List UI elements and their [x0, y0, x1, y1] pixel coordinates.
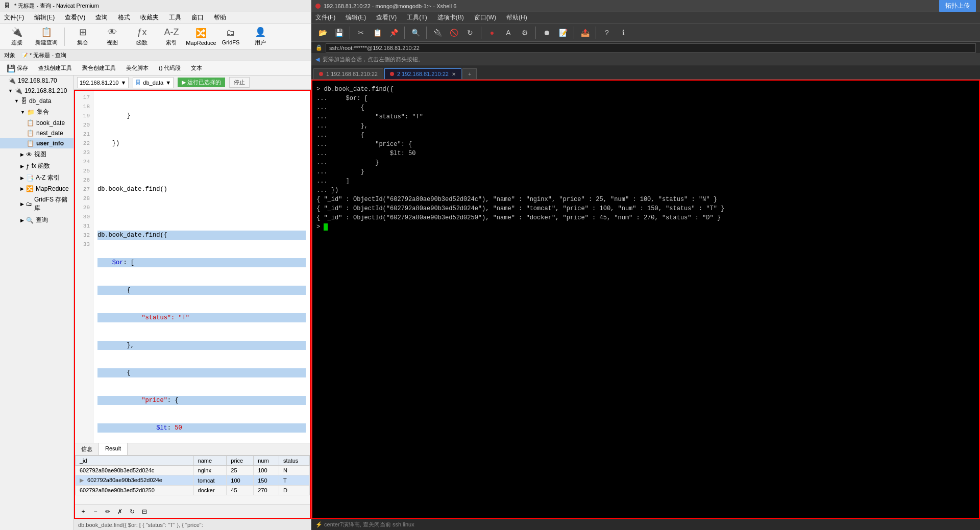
sidebar-item-4[interactable]: 📋 book_date	[0, 118, 74, 128]
menu-favorites[interactable]: 收藏夹	[138, 12, 161, 23]
xshell-add-tab-btn[interactable]: +	[462, 68, 477, 79]
xshell-font-btn[interactable]: A	[501, 26, 516, 40]
sidebar-item-0[interactable]: 🔌 192.168.81.70	[0, 75, 74, 86]
xshell-status-dot	[315, 4, 321, 9]
database-selector[interactable]: 🗄 db_data ▼	[133, 77, 174, 88]
sidebar-item-12[interactable]: ▶ 🔍 查询	[0, 214, 74, 226]
xshell-script-btn[interactable]: 📝	[556, 26, 570, 40]
sidebar-item-2[interactable]: ▼ 🗄 db_data	[0, 96, 74, 106]
xshell-color-btn[interactable]: ●	[485, 26, 499, 40]
sidebar-label-9: A-Z 索引	[36, 173, 60, 182]
text-btn[interactable]: 文本	[187, 63, 206, 73]
close-tab-icon[interactable]: ✕	[452, 71, 456, 77]
sidebar-item-6[interactable]: 📋 user_info	[0, 138, 74, 148]
sidebar-item-8[interactable]: ▶ ƒ fx 函数	[0, 160, 74, 172]
xshell-tab-1[interactable]: 2 192.168.81.210:22 ✕	[384, 68, 461, 79]
stop-button[interactable]: 停止	[229, 77, 250, 88]
xshell-cut-btn[interactable]: ✂	[354, 26, 368, 40]
menu-help[interactable]: 帮助	[212, 12, 228, 23]
xshell-new-btn[interactable]: 📂	[315, 26, 330, 40]
xshell-disconnect-btn[interactable]: 🚫	[447, 26, 461, 40]
xshell-address-input[interactable]	[326, 43, 976, 53]
table-row[interactable]: 602792a80ae90b3ed52d024c nginx 25 100 N	[76, 466, 310, 475]
xshell-settings-btn[interactable]: ⚙	[518, 26, 532, 40]
sidebar-item-10[interactable]: ▶ 🔀 MapReduce	[0, 184, 74, 194]
sidebar-item-5[interactable]: 📋 nest_date	[0, 128, 74, 138]
xshell-menu-tools[interactable]: 工具(T)	[405, 12, 429, 23]
xshell-refresh-btn[interactable]: ↻	[463, 26, 477, 40]
xshell-menu-edit[interactable]: 编辑(E)	[344, 12, 368, 23]
code-editor[interactable]: 17 18 19 20 21 22 23 24 25 26 27 28	[75, 91, 310, 443]
menu-file[interactable]: 文件(F)	[2, 12, 26, 23]
xshell-menu-file[interactable]: 文件(F)	[313, 12, 337, 23]
sidebar-item-3[interactable]: ▼ 📁 集合	[0, 106, 74, 118]
xshell-transfer-btn[interactable]: 📤	[578, 26, 592, 40]
sidebar-item-9[interactable]: ▶ 📑 A-Z 索引	[0, 172, 74, 184]
sidebar-item-1[interactable]: ▼ 🔌 192.168.81.210	[0, 86, 74, 96]
xshell-tab-0[interactable]: 1 192.168.81.210:22	[313, 68, 383, 79]
xshell-terminal[interactable]: > db.book_date.find({... $or: [... {... …	[311, 80, 980, 519]
sidebar-item-11[interactable]: ▶ 🗂 GridFS 存储库	[0, 194, 74, 214]
toolbar-mapreduce-btn[interactable]: 🔀 MapReduce	[188, 26, 214, 48]
xshell-connect-btn[interactable]: 🔌	[430, 26, 445, 40]
run-button[interactable]: ▶ 运行已选择的	[178, 78, 225, 87]
folder-icon-8: ƒ	[26, 163, 30, 170]
toolbar-user-btn[interactable]: 👤 用户	[248, 26, 273, 48]
database-selector-value: db_data	[143, 80, 163, 86]
folder-icon-9: 📑	[26, 174, 34, 182]
xshell-help-btn[interactable]: ?	[600, 26, 614, 40]
xshell-find-btn[interactable]: 🔍	[408, 26, 423, 40]
menu-edit[interactable]: 编辑(E)	[32, 12, 57, 23]
notice-arrow-icon: ◀	[315, 56, 320, 63]
sidebar-label-6: user_info	[36, 140, 64, 147]
menu-tools[interactable]: 工具	[167, 12, 183, 23]
toolbar-aggregate-btn[interactable]: ⊞ 集合	[70, 26, 95, 48]
upload-btn[interactable]: 拓扑上传	[939, 0, 976, 12]
edit-row-btn[interactable]: ✏	[103, 507, 113, 517]
code-line-28: "price": {	[97, 396, 306, 405]
menu-window[interactable]: 窗口	[189, 12, 206, 23]
stop-label: 停止	[234, 79, 245, 85]
find-replace-btn[interactable]: 查找创建工具	[35, 63, 76, 73]
query-area: 192.168.81.210 ▼ 🗄 db_data ▼ ▶ 运行已选择的 停止	[74, 75, 311, 530]
xshell-copy-btn[interactable]: 📋	[370, 26, 384, 40]
xshell-menu-tabs[interactable]: 选项卡(B)	[435, 12, 466, 23]
toolbar-gridfs-btn[interactable]: 🗂 GridFS	[218, 26, 243, 48]
connection-selector[interactable]: 192.168.81.210 ▼	[77, 77, 129, 88]
remove-row-btn[interactable]: −	[90, 507, 101, 517]
refresh-btn[interactable]: ↻	[127, 507, 137, 517]
table-row[interactable]: 602792a80ae90b3ed52d0250 docker 45 270 D	[76, 486, 310, 495]
aggregate-tool-btn[interactable]: 聚合创建工具	[79, 63, 119, 73]
toolbar-connect-btn[interactable]: 🔌 连接	[4, 26, 30, 48]
menu-query[interactable]: 查询	[93, 12, 110, 23]
results-tab-info[interactable]: 信息	[75, 443, 99, 455]
beautify-btn[interactable]: 美化脚本	[122, 63, 152, 73]
toolbar-index-btn[interactable]: A-Z 索引	[159, 26, 184, 48]
toolbar-function-btn[interactable]: ƒx 函数	[129, 26, 155, 48]
results-tab-result[interactable]: Result	[99, 443, 128, 455]
code-btn[interactable]: () 代码段	[155, 63, 184, 73]
folder-icon-10: 🔀	[26, 185, 34, 192]
columns-btn[interactable]: ⊟	[139, 507, 150, 517]
toolbar-new-query-btn[interactable]: 📋 新建查询	[34, 26, 59, 48]
toolbar-view-btn[interactable]: 👁 视图	[100, 26, 125, 48]
menu-format[interactable]: 格式	[116, 12, 132, 23]
xshell-menu-help[interactable]: 帮助(H)	[504, 12, 529, 23]
xshell-menu-view[interactable]: 查看(V)	[374, 12, 399, 23]
code-content[interactable]: } }) db.book_date.find() db.book_date.fi…	[93, 91, 310, 443]
menu-view[interactable]: 查看(V)	[63, 12, 87, 23]
xshell-menu-window[interactable]: 窗口(W)	[472, 12, 498, 23]
add-row-btn[interactable]: +	[78, 507, 88, 517]
expand-arrow-12: ▶	[20, 218, 24, 223]
code-line-18: })	[97, 139, 306, 148]
cursor	[324, 223, 328, 231]
db-icon-2: 🗄	[21, 97, 27, 105]
xshell-info-btn[interactable]: ℹ	[616, 26, 630, 40]
xshell-record-btn[interactable]: ⏺	[540, 26, 554, 40]
save-query-btn[interactable]: 💾 保存	[3, 63, 32, 74]
table-row[interactable]: ▶ 602792a80ae90b3ed52d024e tomcat 100 15…	[76, 475, 310, 486]
xshell-paste-btn[interactable]: 📌	[386, 26, 401, 40]
sidebar-item-7[interactable]: ▶ 👁 视图	[0, 148, 74, 160]
xshell-save-btn[interactable]: 💾	[332, 26, 346, 40]
discard-btn[interactable]: ✗	[115, 507, 125, 517]
